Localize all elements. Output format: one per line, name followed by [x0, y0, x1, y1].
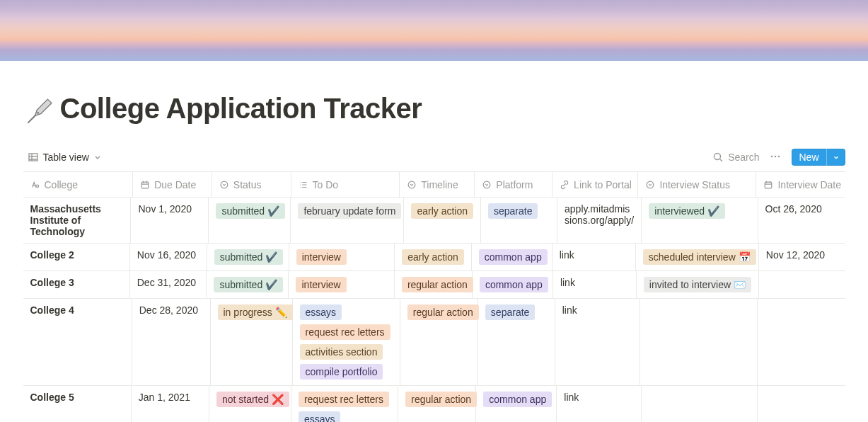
tag[interactable]: interview: [296, 249, 347, 265]
cell-interview-date[interactable]: [758, 299, 845, 385]
tag[interactable]: request rec letters: [300, 324, 390, 340]
cell-college[interactable]: College 5: [23, 386, 132, 422]
cell-due-date[interactable]: Nov 1, 2020: [131, 198, 209, 243]
cell-status[interactable]: submitted ✔️: [207, 244, 289, 270]
cell-platform[interactable]: separate: [478, 299, 555, 385]
tag[interactable]: scheduled interview 📅: [643, 249, 756, 265]
new-button-dropdown[interactable]: [826, 149, 845, 166]
college-name[interactable]: College 2: [30, 249, 74, 261]
college-name[interactable]: College 3: [30, 277, 74, 288]
column-header-interview-status[interactable]: Interview Status: [638, 172, 756, 197]
college-name[interactable]: College 4: [30, 304, 74, 316]
column-header-timeline[interactable]: Timeline: [400, 172, 475, 197]
column-header-status[interactable]: Status: [212, 172, 291, 197]
tag[interactable]: common app: [483, 392, 552, 407]
column-header-college[interactable]: College: [23, 172, 134, 197]
cell-interview-date[interactable]: [758, 386, 845, 422]
view-switcher[interactable]: Table view: [23, 149, 106, 166]
tag[interactable]: request rec letters: [299, 392, 389, 407]
portal-link[interactable]: link: [560, 249, 574, 261]
tag[interactable]: february update form: [298, 203, 401, 219]
tag[interactable]: essays: [300, 304, 342, 320]
portal-link[interactable]: apply.mitadmissions.org/apply/: [565, 203, 634, 226]
tag[interactable]: early action: [411, 203, 473, 219]
cell-interview-date[interactable]: [759, 271, 845, 298]
tag[interactable]: invited to interview ✉️: [644, 277, 751, 292]
cell-interview-status[interactable]: invited to interview ✉️: [637, 271, 759, 298]
table-row[interactable]: College 3Dec 31, 2020submitted ✔️intervi…: [23, 271, 845, 299]
table-row[interactable]: College 2Nov 16, 2020submitted ✔️intervi…: [23, 244, 845, 271]
column-header-platform[interactable]: Platform: [475, 172, 552, 197]
cell-platform[interactable]: common app: [473, 271, 553, 298]
tag[interactable]: separate: [488, 203, 538, 219]
tag[interactable]: in progress ✏️: [218, 304, 293, 320]
cell-due-date[interactable]: Dec 28, 2020: [132, 299, 211, 385]
page-title[interactable]: College Application Tracker: [60, 93, 422, 125]
column-header-due[interactable]: Due Date: [133, 172, 212, 197]
column-header-link[interactable]: Link to Portal: [552, 172, 638, 197]
cell-timeline[interactable]: early action: [404, 198, 481, 243]
tag[interactable]: regular action: [402, 277, 473, 292]
tag[interactable]: not started ❌: [216, 392, 289, 407]
cell-interview-status[interactable]: interviewed ✔️: [642, 198, 758, 243]
cell-due-date[interactable]: Nov 16, 2020: [130, 244, 207, 270]
more-options-button[interactable]: [766, 149, 785, 166]
tag[interactable]: interviewed ✔️: [649, 203, 725, 219]
cell-college[interactable]: Massachusetts Institute of Technology: [23, 198, 132, 243]
cell-interview-date[interactable]: Oct 26, 2020: [758, 198, 845, 243]
cell-link[interactable]: apply.mitadmissions.org/apply/: [557, 198, 642, 243]
cell-status[interactable]: submitted ✔️: [207, 271, 289, 298]
cell-due-date[interactable]: Jan 1, 2021: [132, 386, 209, 422]
column-header-todo[interactable]: To Do: [291, 172, 400, 197]
table-row[interactable]: Massachusetts Institute of TechnologyNov…: [23, 198, 845, 244]
cell-interview-status[interactable]: [640, 299, 758, 385]
tag[interactable]: submitted ✔️: [216, 203, 285, 219]
table-row[interactable]: College 4Dec 28, 2020in progress ✏️essay…: [23, 299, 845, 386]
tag[interactable]: regular action: [405, 392, 477, 407]
cell-todo[interactable]: interview: [289, 271, 394, 298]
cell-due-date[interactable]: Dec 31, 2020: [130, 271, 207, 298]
cell-interview-status[interactable]: [642, 386, 758, 422]
cell-platform[interactable]: common app: [476, 386, 557, 422]
cell-link[interactable]: link: [557, 386, 642, 422]
portal-link[interactable]: link: [564, 392, 579, 403]
cell-status[interactable]: in progress ✏️: [211, 299, 293, 385]
search-button[interactable]: Search: [712, 152, 759, 163]
tag[interactable]: common app: [480, 277, 548, 292]
cell-interview-status[interactable]: scheduled interview 📅: [636, 244, 759, 270]
cell-link[interactable]: link: [553, 271, 637, 298]
cell-college[interactable]: College 4: [23, 299, 132, 385]
cell-status[interactable]: submitted ✔️: [209, 198, 291, 243]
new-button[interactable]: New: [792, 149, 845, 166]
tag[interactable]: activities section: [300, 344, 383, 360]
table-row[interactable]: College 5Jan 1, 2021not started ❌request…: [23, 386, 845, 422]
cell-todo[interactable]: interview: [289, 244, 395, 270]
tag[interactable]: separate: [485, 304, 535, 320]
cell-link[interactable]: link: [552, 244, 636, 270]
college-name[interactable]: College 5: [30, 392, 74, 403]
portal-link[interactable]: link: [560, 277, 575, 288]
tag[interactable]: interview: [296, 277, 346, 292]
cell-college[interactable]: College 3: [23, 271, 130, 298]
cell-link[interactable]: link: [555, 299, 640, 385]
cell-platform[interactable]: separate: [481, 198, 557, 243]
tag[interactable]: common app: [479, 249, 548, 265]
tag[interactable]: submitted ✔️: [214, 249, 284, 265]
cell-timeline[interactable]: early action: [395, 244, 472, 270]
cell-todo[interactable]: essaysrequest rec lettersactivities sect…: [293, 299, 400, 385]
cell-todo[interactable]: request rec lettersessays: [291, 386, 398, 422]
cell-timeline[interactable]: regular action: [398, 386, 476, 422]
tag[interactable]: essays: [299, 411, 341, 422]
cell-timeline[interactable]: regular action: [395, 271, 473, 298]
college-name[interactable]: Massachusetts Institute of Technology: [30, 203, 124, 237]
tag[interactable]: early action: [402, 249, 464, 265]
tag[interactable]: submitted ✔️: [214, 277, 283, 292]
cell-interview-date[interactable]: Nov 12, 2020: [759, 244, 845, 270]
cell-status[interactable]: not started ❌: [209, 386, 291, 422]
page-icon-fountain-pen[interactable]: [23, 96, 54, 127]
portal-link[interactable]: link: [562, 304, 577, 316]
tag[interactable]: compile portfolio: [300, 364, 383, 380]
tag[interactable]: regular action: [407, 304, 479, 320]
cell-todo[interactable]: february update form: [291, 198, 404, 243]
column-header-interview-date[interactable]: Interview Date: [756, 172, 845, 197]
